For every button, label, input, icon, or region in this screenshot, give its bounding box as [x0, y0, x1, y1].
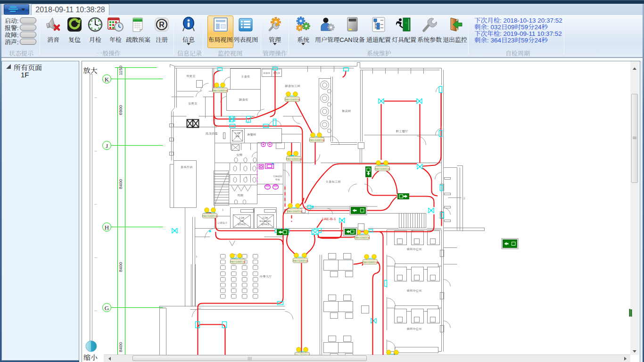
svg-text:无障碍间: 无障碍间	[272, 175, 282, 178]
svg-text:洗涤消毒: 洗涤消毒	[206, 132, 218, 135]
svg-text:消防应急照明灯组: 消防应急照明灯组	[202, 215, 218, 217]
svg-text:J: J	[106, 142, 108, 149]
svg-text:男更衣: 男更衣	[186, 74, 196, 78]
svg-text:女更衣: 女更衣	[188, 102, 198, 105]
svg-text:消防应急照明灯组: 消防应急照明灯组	[294, 354, 310, 355]
svg-text:主食库: 主食库	[241, 75, 250, 78]
svg-text:消防应急照明灯组: 消防应急照明灯组	[374, 168, 390, 170]
svg-text:消防应急照明灯组: 消防应急照明灯组	[309, 139, 325, 141]
svg-text:H: H	[105, 224, 109, 231]
svg-text:消防应急照明灯组: 消防应急照明灯组	[354, 237, 370, 239]
svg-text:食具存放: 食具存放	[181, 165, 193, 169]
svg-text:消防应急照明灯组: 消防应急照明灯组	[292, 260, 308, 262]
svg-text:R: R	[159, 21, 165, 29]
svg-text:2-2梯: 2-2梯	[263, 217, 268, 219]
svg-text:MTH4.5: MTH4.5	[261, 223, 269, 226]
svg-text:上: 上	[462, 197, 466, 200]
svg-text:MTH4.5: MTH4.5	[238, 223, 246, 226]
svg-text:消防应急照明灯组: 消防应急照明灯组	[230, 261, 246, 263]
svg-text:专厕: 专厕	[275, 178, 280, 181]
svg-text:消防应急照明灯组: 消防应急照明灯组	[362, 261, 378, 263]
svg-text:上: 上	[245, 176, 248, 179]
svg-text:8400: 8400	[118, 262, 123, 272]
svg-text:职工餐厅: 职工餐厅	[396, 130, 409, 133]
svg-text:1-1梯: 1-1梯	[235, 132, 240, 134]
svg-text:波规井: 波规井	[263, 72, 270, 74]
svg-text:客梯兼无障碍: 客梯兼无障碍	[259, 220, 272, 222]
svg-text:男厕: 男厕	[237, 194, 244, 197]
svg-text:食梯: 食梯	[235, 135, 239, 138]
svg-text:办事大厅: 办事大厅	[260, 275, 272, 278]
svg-text:排风井: 排风井	[273, 72, 280, 74]
svg-text:副食库: 副食库	[239, 98, 248, 101]
svg-text:K: K	[105, 76, 109, 83]
svg-text:女厕: 女厕	[236, 153, 243, 156]
svg-text:消防应急照明灯组: 消防应急照明灯组	[287, 210, 303, 213]
svg-text:上: 上	[221, 209, 224, 212]
svg-text:1AE-B-1: 1AE-B-1	[322, 217, 337, 221]
svg-text:上: 上	[195, 255, 198, 258]
svg-text:备餐间: 备餐间	[247, 133, 256, 136]
svg-text:售卖间: 售卖间	[342, 109, 351, 113]
svg-text:6900: 6900	[118, 105, 123, 115]
svg-text:消防应急照明灯组: 消防应急照明灯组	[284, 99, 300, 101]
svg-text:消防应急照明灯组: 消防应急照明灯组	[212, 90, 228, 92]
svg-text:G: G	[105, 304, 109, 312]
svg-text:8400: 8400	[118, 342, 123, 352]
svg-text:8400: 8400	[118, 179, 123, 189]
svg-text:空调管井: 空调管井	[217, 222, 228, 224]
svg-text:上: 上	[411, 230, 414, 233]
svg-text:单间办公室: 单间办公室	[406, 247, 422, 251]
svg-text:消防应急照明灯组: 消防应急照明灯组	[286, 158, 302, 160]
svg-text:单间办公室: 单间办公室	[406, 327, 422, 330]
svg-text:副食加工间: 副食加工间	[285, 84, 300, 88]
svg-text:单间办公室: 单间办公室	[406, 289, 422, 292]
svg-text:1150: 1150	[118, 66, 123, 75]
svg-text:主食加工间: 主食加工间	[325, 180, 341, 183]
svg-text:客梯: 客梯	[239, 220, 244, 222]
svg-text:2-1梯: 2-1梯	[239, 217, 245, 219]
svg-text:放大: 放大	[83, 66, 98, 74]
